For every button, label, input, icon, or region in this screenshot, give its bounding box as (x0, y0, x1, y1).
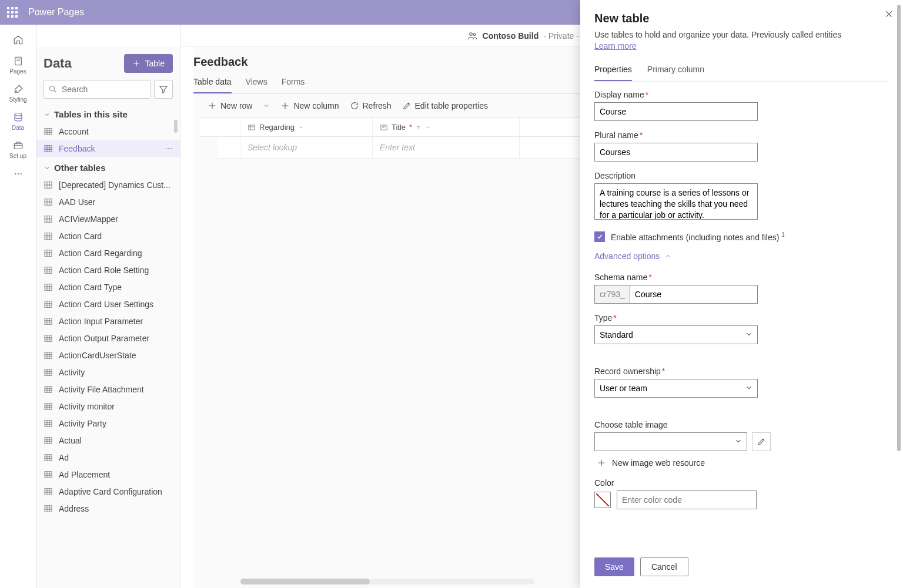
filter-button[interactable] (154, 80, 173, 99)
table-row[interactable]: Activity File Attachment (36, 381, 180, 398)
table-row[interactable]: Activity (36, 364, 180, 381)
table-row[interactable]: Action Card Role Setting (36, 261, 180, 278)
advanced-options-toggle[interactable]: Advanced options (594, 251, 889, 261)
cmd-new-row[interactable]: New row (208, 101, 252, 110)
table-row[interactable]: Actual (36, 432, 180, 449)
cell-regarding-placeholder[interactable]: Select lookup (240, 137, 373, 158)
image-select[interactable] (594, 432, 747, 451)
color-label: Color (594, 478, 771, 488)
learn-more-link[interactable]: Learn more (594, 41, 637, 51)
sort-up-icon (416, 125, 422, 130)
edit-image-button[interactable] (752, 432, 771, 451)
text-col-icon (380, 123, 388, 132)
list-item-label: Action Card (59, 231, 102, 241)
ptab-primary-column[interactable]: Primary column (647, 61, 704, 81)
color-swatch-none[interactable] (594, 492, 611, 508)
svg-point-5 (20, 173, 21, 174)
col-title[interactable]: Title * (373, 118, 520, 136)
table-account[interactable]: Account (36, 123, 180, 140)
save-button[interactable]: Save (594, 557, 634, 576)
table-row[interactable]: Action Output Parameter (36, 330, 180, 347)
new-table-button[interactable]: Table (124, 54, 173, 73)
col-regarding[interactable]: Regarding (240, 118, 373, 136)
cmd-new-row-split[interactable] (263, 102, 270, 109)
table-icon (44, 197, 53, 207)
rail-home[interactable] (0, 29, 36, 51)
tab-table-data[interactable]: Table data (193, 73, 232, 93)
table-row[interactable]: Ad Placement (36, 466, 180, 483)
schema-input[interactable] (630, 285, 758, 304)
table-row[interactable]: Action Card (36, 227, 180, 244)
pages-icon (12, 55, 24, 67)
rail-data[interactable]: Data (0, 107, 36, 135)
color-input[interactable] (617, 490, 757, 509)
rail-setup[interactable]: Set up (0, 135, 36, 163)
search-input[interactable] (44, 80, 150, 99)
app-launcher-icon[interactable] (7, 7, 18, 18)
table-icon (44, 144, 53, 153)
svg-rect-30 (45, 488, 52, 495)
checkbox-checked[interactable] (594, 231, 605, 242)
chevron-down-icon (263, 102, 270, 109)
ptab-properties[interactable]: Properties (594, 61, 632, 81)
tables-site-section[interactable]: Tables in this site (36, 103, 180, 123)
check-icon (596, 233, 603, 240)
table-row[interactable]: ACIViewMapper (36, 210, 180, 227)
table-row[interactable]: Activity monitor (36, 398, 180, 415)
data-icon (12, 112, 24, 123)
sidebar-scrollbar[interactable] (174, 120, 178, 133)
close-button[interactable] (884, 9, 894, 19)
table-row[interactable]: ActionCardUserState (36, 347, 180, 364)
table-feedback[interactable]: Feedback (36, 140, 180, 157)
table-row[interactable]: Action Card Regarding (36, 244, 180, 261)
table-row[interactable]: Ad (36, 449, 180, 466)
lookup-col-icon (248, 123, 256, 132)
svg-point-33 (473, 33, 476, 35)
list-item-label: Ad Placement (59, 470, 110, 479)
display-name-input[interactable] (594, 102, 758, 121)
type-select[interactable] (594, 325, 758, 344)
list-item-label: Action Card Role Setting (59, 266, 149, 275)
cell-title-placeholder[interactable]: Enter text (373, 137, 520, 158)
rail-pages[interactable]: Pages (0, 51, 36, 79)
table-row[interactable]: Action Input Parameter (36, 313, 180, 330)
table-row[interactable]: Action Card User Settings (36, 295, 180, 313)
tab-views[interactable]: Views (246, 73, 267, 93)
tab-forms[interactable]: Forms (282, 73, 305, 93)
list-item-label: ACIViewMapper (59, 214, 118, 224)
horizontal-scrollbar[interactable] (240, 579, 534, 584)
panel-scrollbar[interactable] (897, 5, 901, 451)
list-item-label: Actual (59, 436, 82, 445)
site-tables-list: Account Feedback (36, 123, 180, 157)
ownership-select[interactable] (594, 379, 758, 398)
cmd-edit-props[interactable]: Edit table properties (402, 101, 489, 110)
attachments-checkbox-row[interactable]: Enable attachments (including notes and … (594, 231, 889, 242)
grid-header-select[interactable] (200, 118, 240, 136)
rail-styling[interactable]: Styling (0, 79, 36, 107)
table-row[interactable]: Action Card Type (36, 278, 180, 295)
other-tables-section[interactable]: Other tables (36, 157, 180, 176)
svg-rect-24 (45, 386, 52, 392)
plus-icon (132, 59, 141, 68)
item-more-button[interactable] (165, 145, 173, 153)
table-icon (44, 487, 53, 496)
search-icon (48, 85, 58, 94)
cancel-button[interactable]: Cancel (640, 557, 688, 576)
cmd-refresh[interactable]: Refresh (350, 101, 392, 110)
table-row[interactable]: AAD User (36, 193, 180, 210)
table-icon (44, 127, 53, 136)
new-image-button[interactable]: New image web resource (594, 458, 771, 468)
svg-rect-28 (45, 454, 52, 461)
description-input[interactable]: A training course is a series of lessons… (594, 183, 758, 220)
table-row[interactable]: Address (36, 500, 180, 517)
table-row[interactable]: [Deprecated] Dynamics Cust... (36, 176, 180, 193)
plural-name-input[interactable] (594, 143, 758, 162)
svg-point-6 (50, 86, 55, 91)
table-row[interactable]: Adaptive Card Configuration (36, 483, 180, 500)
rail-more[interactable] (11, 167, 25, 181)
list-item-label: ActionCardUserState (59, 351, 136, 360)
cmd-new-column[interactable]: New column (280, 101, 339, 110)
table-row[interactable]: Activity Party (36, 415, 180, 432)
table-icon (44, 419, 53, 428)
pencil-icon (757, 437, 766, 446)
